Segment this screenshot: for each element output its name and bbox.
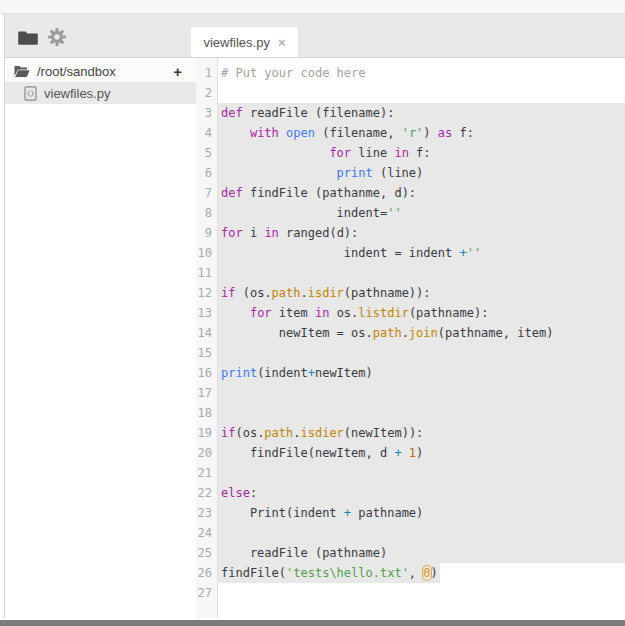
tree-file-label: viewfiles.py	[44, 86, 110, 101]
line-number[interactable]: 11	[196, 263, 217, 283]
line-number[interactable]: 14	[196, 323, 217, 343]
code-file-icon	[24, 86, 37, 101]
line-number[interactable]: 9	[196, 223, 217, 243]
line-number[interactable]: 26	[196, 563, 217, 583]
line-number[interactable]: 10	[196, 243, 217, 263]
line-number[interactable]: 15	[196, 343, 217, 363]
code-line-12[interactable]: if (os.path.isdir(pathname)):	[218, 283, 625, 303]
line-number[interactable]: 8	[196, 203, 217, 223]
code-line-7[interactable]: def findFile (pathanme, d):	[218, 183, 625, 203]
gear-icon	[47, 27, 67, 47]
line-number[interactable]: 5	[196, 143, 217, 163]
line-number[interactable]: 12	[196, 283, 217, 303]
code-line-19[interactable]: if(os.path.isdier(newItem)):	[218, 423, 625, 443]
line-number[interactable]: 20	[196, 443, 217, 463]
code-line-3[interactable]: def readFile (filename):	[218, 103, 625, 123]
line-number[interactable]: 16	[196, 363, 217, 383]
folder-open-icon	[14, 65, 30, 78]
toolbar	[17, 26, 68, 48]
code-line-23[interactable]: Print(indent + pathname)	[218, 503, 625, 523]
line-number[interactable]: 6	[196, 163, 217, 183]
code-line-1[interactable]: # Put your code here	[218, 63, 625, 83]
line-number[interactable]: 13	[196, 303, 217, 323]
code-line-16[interactable]: print(indent+newItem)	[218, 363, 625, 383]
folder-icon	[18, 29, 38, 46]
line-number[interactable]: 17	[196, 383, 217, 403]
main-area: /root/sandbox + viewfiles.py 12345678910…	[0, 58, 625, 618]
code-line-20[interactable]: findFile(newItem, d + 1)	[218, 443, 625, 463]
tree-root-folder[interactable]: /root/sandbox +	[5, 60, 196, 82]
code-line-25[interactable]: readFile (pathname)	[218, 543, 625, 563]
line-number[interactable]: 23	[196, 503, 217, 523]
code-line-14[interactable]: newItem = os.path.join(pathname, item)	[218, 323, 625, 343]
code-editor[interactable]: # Put your code heredef readFile (filena…	[218, 58, 625, 618]
bottom-bar	[0, 620, 625, 626]
code-line-8[interactable]: indent=''	[218, 203, 625, 223]
folder-button[interactable]	[17, 26, 39, 48]
line-number[interactable]: 22	[196, 483, 217, 503]
line-number[interactable]: 21	[196, 463, 217, 483]
file-tree: /root/sandbox + viewfiles.py	[4, 58, 196, 618]
code-line-9[interactable]: for i in ranged(d):	[218, 223, 625, 243]
line-number[interactable]: 7	[196, 183, 217, 203]
line-number[interactable]: 27	[196, 583, 217, 603]
tree-item-viewfiles[interactable]: viewfiles.py	[5, 82, 196, 104]
settings-button[interactable]	[46, 26, 68, 48]
tab-label: viewfiles.py	[203, 35, 269, 50]
ide-window: viewfiles.py × /root/sandbox +	[0, 0, 625, 626]
code-line-18[interactable]	[218, 403, 625, 423]
line-number[interactable]: 19	[196, 423, 217, 443]
line-number[interactable]: 24	[196, 523, 217, 543]
line-number-gutter[interactable]: 1234567891011121314151617181920212223242…	[196, 58, 218, 618]
code-line-13[interactable]: for item in os.listdir(pathname):	[218, 303, 625, 323]
tab-viewfiles[interactable]: viewfiles.py ×	[191, 27, 298, 57]
code-line-5[interactable]: for line in f:	[218, 143, 625, 163]
code-line-15[interactable]	[218, 343, 625, 363]
code-line-27[interactable]	[218, 583, 625, 603]
line-number[interactable]: 3	[196, 103, 217, 123]
code-line-26[interactable]: findFile('tests\hello.txt', 0)	[218, 563, 440, 583]
code-line-22[interactable]: else:	[218, 483, 625, 503]
tree-root-label: /root/sandbox	[37, 64, 116, 79]
code-line-24[interactable]	[218, 523, 625, 543]
line-number[interactable]: 4	[196, 123, 217, 143]
line-number[interactable]: 1	[196, 63, 217, 83]
close-icon[interactable]: ×	[278, 36, 286, 49]
add-file-button[interactable]: +	[171, 63, 184, 80]
line-number[interactable]: 2	[196, 83, 217, 103]
line-number[interactable]: 18	[196, 403, 217, 423]
line-number[interactable]: 25	[196, 543, 217, 563]
top-strip	[0, 0, 625, 14]
code-line-21[interactable]	[218, 463, 625, 483]
code-line-11[interactable]	[218, 263, 625, 283]
code-line-10[interactable]: indent = indent +''	[218, 243, 625, 263]
code-line-4[interactable]: with open (filename, 'r') as f:	[218, 123, 625, 143]
code-line-17[interactable]	[218, 383, 625, 403]
header-bar: viewfiles.py ×	[4, 14, 625, 58]
code-line-2[interactable]	[218, 83, 625, 103]
code-line-6[interactable]: print (line)	[218, 163, 625, 183]
